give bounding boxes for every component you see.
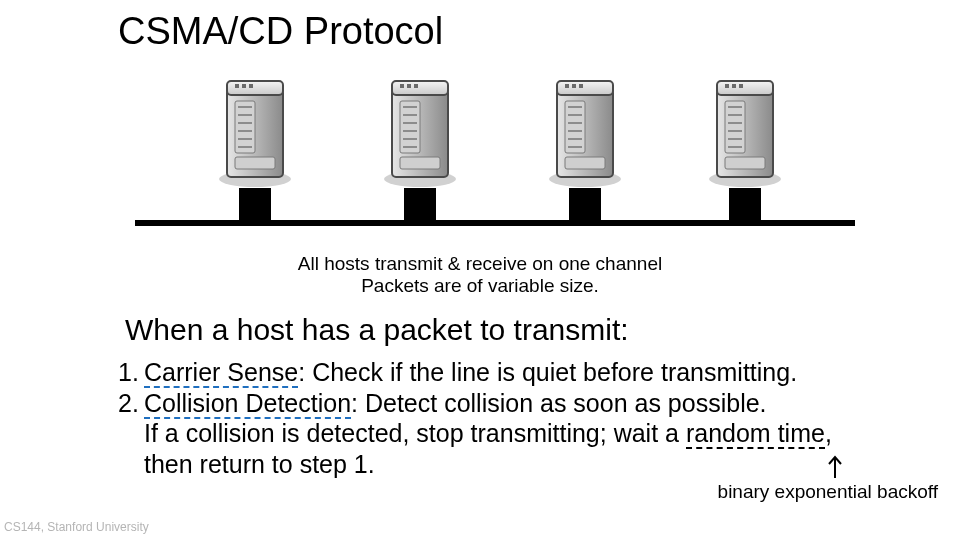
svg-rect-47 [739,84,743,88]
step-2-cont-a: . If a collision is detected, stop trans… [118,418,938,449]
step-2-cont-b: . then return to step 1. [118,449,938,480]
svg-rect-32 [572,84,576,88]
step-list: 1. Carrier Sense: Check if the line is q… [118,357,938,479]
annotation-backoff: binary exponential backoff [718,481,938,503]
svg-rect-31 [565,84,569,88]
caption-line-1: All hosts transmit & receive on one chan… [298,253,662,274]
svg-rect-34 [565,101,585,153]
server-icon [545,75,625,190]
arrow-up-icon [828,454,842,478]
shared-bus-line [135,220,855,226]
bus-tap [404,188,436,220]
host-4 [705,75,785,220]
svg-rect-18 [407,84,411,88]
svg-rect-6 [235,101,255,153]
subheading: When a host has a packet to transmit: [125,313,629,347]
slide-title: CSMA/CD Protocol [118,10,443,53]
server-icon [380,75,460,190]
footer-text: CS144, Stanford University [4,520,149,534]
caption-line-2: Packets are of variable size. [361,275,599,296]
step-body: If a collision is detected, stop transmi… [144,418,938,449]
term-random-time: random time [686,419,825,449]
step-text: then return to step 1. [144,449,938,480]
svg-rect-13 [235,157,275,169]
host-2 [380,75,460,220]
host-3 [545,75,625,220]
step-text: If a collision is detected, stop transmi… [144,419,686,447]
svg-rect-41 [565,157,605,169]
svg-rect-4 [242,84,246,88]
svg-rect-45 [725,84,729,88]
step-number: 1. [118,357,144,388]
svg-rect-5 [249,84,253,88]
svg-rect-20 [400,101,420,153]
host-1 [215,75,295,220]
step-1: 1. Carrier Sense: Check if the line is q… [118,357,938,388]
step-number: 2. [118,388,144,419]
step-text: : Detect collision as soon as possible. [351,389,767,417]
step-body: Carrier Sense: Check if the line is quie… [144,357,938,388]
server-icon [215,75,295,190]
diagram-caption: All hosts transmit & receive on one chan… [0,253,960,297]
term-collision-detection: Collision Detection [144,389,351,419]
bus-tap [729,188,761,220]
svg-rect-27 [400,157,440,169]
slide: CSMA/CD Protocol [0,0,960,540]
svg-rect-46 [732,84,736,88]
bus-tap [569,188,601,220]
server-icon [705,75,785,190]
step-2: 2. Collision Detection: Detect collision… [118,388,938,419]
svg-rect-33 [579,84,583,88]
svg-rect-19 [414,84,418,88]
bus-tap [239,188,271,220]
step-text: , [825,419,832,447]
step-text: : Check if the line is quiet before tran… [298,358,797,386]
svg-rect-17 [400,84,404,88]
svg-rect-3 [235,84,239,88]
svg-rect-48 [725,101,745,153]
term-carrier-sense: Carrier Sense [144,358,298,388]
bus-diagram [135,75,855,250]
step-body: Collision Detection: Detect collision as… [144,388,938,419]
svg-rect-55 [725,157,765,169]
